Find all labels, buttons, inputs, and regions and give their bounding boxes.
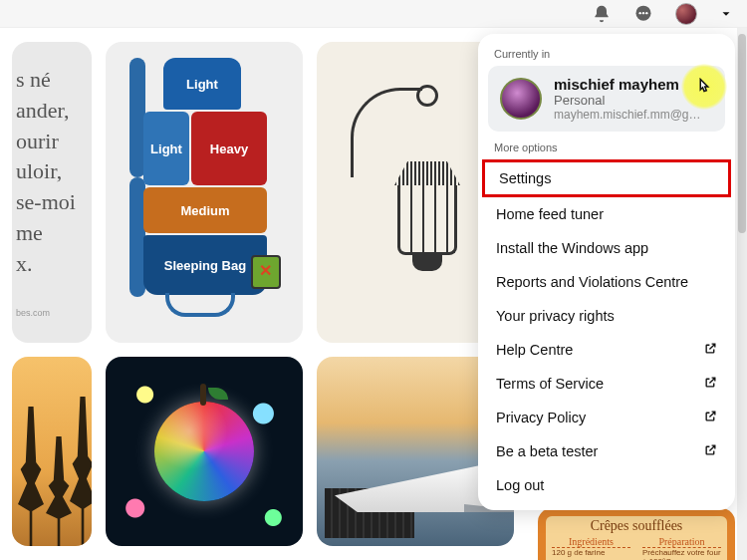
dropdown-item-help-centre[interactable]: Help Centre [478,333,735,367]
recipe-col1-hdr: Ingrédients [552,536,630,548]
external-link-icon [704,376,717,392]
account-email: mayhem.mischief.mm@g… [554,108,701,122]
scrollbar-thumb[interactable] [738,34,746,233]
quote-line: ander, [16,96,88,127]
dropdown-item-label: Terms of Service [496,376,604,392]
backpack-label-right: Heavy [191,112,267,185]
svg-point-1 [639,12,641,14]
dropdown-item-label: Settings [499,170,551,186]
recipe-title: Crêpes soufflées [546,516,727,534]
account-dropdown: Currently in mischief mayhem Personal ma… [478,34,735,510]
dropdown-item-your-privacy-rights[interactable]: Your privacy rights [478,299,735,333]
dropdown-item-label: Your privacy rights [496,308,615,324]
quote-line: s né [16,65,88,96]
recipe-col2-text: Préchauffez votre four à 180°C [642,548,721,560]
external-link-icon [704,342,717,358]
svg-point-2 [642,12,644,14]
bell-icon[interactable] [592,4,612,24]
backpack-label-medium: Medium [143,187,267,233]
dropdown-item-label: Be a beta tester [496,443,598,459]
dropdown-item-privacy-policy[interactable]: Privacy Policy [478,401,735,434]
quote-source: bes.com [16,307,88,320]
chat-icon[interactable] [633,4,653,24]
backpack-label-bag: Sleeping Bag [143,235,267,295]
dropdown-item-be-a-beta-tester[interactable]: Be a beta tester [478,434,735,468]
dropdown-item-home-feed-tuner[interactable]: Home feed tuner [478,197,735,231]
dropdown-item-settings[interactable]: Settings [482,159,731,197]
dropdown-item-install-the-windows-app[interactable]: Install the Windows app [478,231,735,265]
dropdown-item-label: Help Centre [496,342,573,358]
pin-trees[interactable] [12,357,92,546]
account-name: mischief mayhem [554,76,701,93]
quote-line: x. [16,249,88,280]
svg-point-3 [645,12,647,14]
quote-line: me [16,218,88,249]
chevron-down-icon[interactable] [719,7,733,21]
pin-backpack[interactable]: Light Light Heavy Medium Sleeping Bag [106,42,303,343]
dropdown-item-label: Home feed tuner [496,206,604,222]
avatar[interactable] [675,3,697,25]
top-bar [0,0,747,28]
quote-line: uloir, [16,156,88,187]
external-link-icon [704,410,717,425]
account-avatar [500,78,542,120]
dropdown-item-label: Log out [496,477,544,493]
account-type: Personal [554,93,701,108]
recipe-col1-text: 120 g de farine [552,548,630,557]
quote-line: se-moi [16,187,88,218]
dropdown-item-log-out[interactable]: Log out [478,468,735,502]
dropdown-item-reports-and-violations-centre[interactable]: Reports and Violations Centre [478,265,735,299]
cursor-highlight [681,64,727,110]
external-link-icon [704,443,717,459]
dropdown-item-label: Privacy Policy [496,410,586,425]
pin-recipe[interactable]: Crêpes soufflées Ingrédients 120 g de fa… [538,508,735,560]
dropdown-item-label: Install the Windows app [496,240,648,256]
pin-quote[interactable]: s né ander, ourir uloir, se-moi me x. be… [12,42,92,343]
backpack-label-top: Light [163,58,241,110]
dropdown-item-terms-of-service[interactable]: Terms of Service [478,367,735,401]
backpack-label-left: Light [143,112,189,185]
page-scrollbar[interactable] [737,28,747,560]
quote-line: ourir [16,127,88,157]
pin-apple[interactable] [106,357,303,546]
dropdown-section-current: Currently in [478,46,735,66]
recipe-col2-hdr: Préparation [642,536,721,548]
dropdown-section-more: More options [478,140,735,159]
dropdown-item-label: Reports and Violations Centre [496,274,688,290]
account-card[interactable]: mischief mayhem Personal mayhem.mischief… [488,66,725,132]
